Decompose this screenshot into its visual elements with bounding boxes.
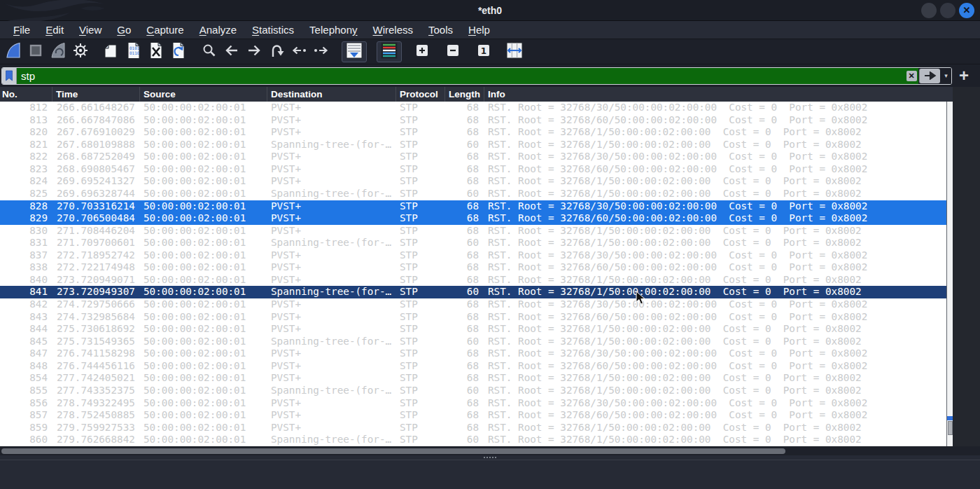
packet-row[interactable]: 844275.73061869250:00:00:02:00:01PVST+ST… (0, 323, 946, 336)
packet-row[interactable]: 838272.72217494850:00:00:02:00:01PVST+ST… (0, 261, 946, 274)
maximize-button[interactable] (940, 3, 955, 18)
column-header-len[interactable]: Length (445, 87, 484, 102)
cell-time: 270.706500484 (52, 212, 140, 225)
cell-dst: PVST+ (267, 274, 396, 287)
packet-row[interactable]: 812266.66164826750:00:00:02:00:01PVST+ST… (0, 102, 946, 114)
column-header-proto[interactable]: Protocol (396, 87, 445, 102)
menu-item-statistics[interactable]: Statistics (244, 21, 302, 39)
packet-row[interactable]: 828270.70331621450:00:00:02:00:01PVST+ST… (0, 200, 946, 213)
menu-item-view[interactable]: View (71, 21, 109, 39)
cell-no: 856 (0, 397, 52, 410)
toolbar-button-reload-file[interactable] (168, 41, 189, 62)
filter-clear-button[interactable]: ✕ (904, 68, 918, 84)
autoscroll-list-icon (345, 41, 363, 62)
toolbar-button-previous-packet[interactable] (288, 41, 309, 62)
cell-proto: STP (396, 323, 445, 336)
toolbar-button-close-file[interactable] (146, 41, 167, 62)
filter-bookmark-icon[interactable] (2, 68, 17, 84)
packet-row[interactable]: 854277.74240502150:00:00:02:00:01PVST+ST… (0, 372, 946, 385)
display-filter-input[interactable] (17, 68, 904, 84)
filter-dropdown-caret[interactable]: ▾ (941, 68, 951, 84)
cell-info: RST. Root = 32768/1/50:00:00:02:00:00 Co… (484, 372, 946, 385)
close-button[interactable]: ✕ (959, 3, 974, 18)
column-header-info[interactable]: Info (484, 87, 953, 102)
cell-dst: PVST+ (267, 200, 396, 213)
packet-row[interactable]: 842274.72975066650:00:00:02:00:01PVST+ST… (0, 298, 946, 311)
menu-item-tools[interactable]: Tools (421, 21, 461, 39)
toolbar-button-save-file[interactable]: 01010110 (123, 41, 144, 62)
vscroll-thumb[interactable] (948, 421, 953, 435)
packet-row[interactable]: 824269.69524132750:00:00:02:00:01PVST+ST… (0, 175, 946, 188)
column-header-dst[interactable]: Destination (267, 87, 396, 102)
packet-row[interactable]: 841273.72094930750:00:00:02:00:01Spannin… (0, 286, 946, 298)
packet-row[interactable]: 813266.66784708650:00:00:02:00:01PVST+ST… (0, 114, 946, 127)
packet-row[interactable]: 831271.70970060150:00:00:02:00:01Spannin… (0, 237, 946, 249)
packet-row[interactable]: 825269.69632874450:00:00:02:00:01Spannin… (0, 188, 946, 200)
cell-src: 50:00:00:02:00:01 (140, 163, 267, 176)
packet-row[interactable]: 845275.73154936550:00:00:02:00:01Spannin… (0, 336, 946, 348)
toolbar-button-find-packet[interactable] (199, 41, 220, 62)
toolbar-button-stop-capture[interactable] (25, 41, 46, 62)
cell-len: 68 (445, 102, 484, 114)
cell-no: 824 (0, 175, 52, 188)
column-header-time[interactable]: Time (52, 87, 140, 102)
packet-row[interactable]: 820267.67691002950:00:00:02:00:01PVST+ST… (0, 126, 946, 139)
toolbar-button-start-capture[interactable] (3, 41, 24, 62)
cell-src: 50:00:00:02:00:01 (140, 274, 267, 287)
packet-row[interactable]: 857278.75245088550:00:00:02:00:01PVST+ST… (0, 409, 946, 422)
toolbar-button-auto-scroll[interactable] (342, 41, 367, 62)
column-header-no[interactable]: No. (0, 87, 52, 102)
menu-item-telephony[interactable]: Telephony (302, 21, 365, 39)
packet-row[interactable]: 855277.74335237550:00:00:02:00:01Spannin… (0, 385, 946, 397)
menu-item-go[interactable]: Go (109, 21, 139, 39)
cell-len: 60 (445, 286, 484, 298)
cell-dst: PVST+ (267, 397, 396, 410)
toolbar-button-next-packet[interactable] (311, 41, 332, 62)
toolbar-button-zoom-in[interactable] (412, 41, 433, 62)
packet-row[interactable]: 843274.73298568450:00:00:02:00:01PVST+ST… (0, 311, 946, 324)
packet-row[interactable]: 837272.71895274250:00:00:02:00:01PVST+ST… (0, 249, 946, 262)
menu-item-help[interactable]: Help (461, 21, 498, 39)
toolbar-button-resize-columns[interactable] (504, 41, 525, 62)
stop-square-icon (27, 42, 44, 62)
toolbar-button-capture-options[interactable] (70, 41, 91, 62)
menu-item-wireless[interactable]: Wireless (365, 21, 421, 39)
add-filter-button[interactable]: + (959, 66, 969, 85)
packet-row[interactable]: 823268.69080546750:00:00:02:00:01PVST+ST… (0, 163, 946, 176)
hscroll-thumb[interactable] (1, 448, 785, 454)
vertical-scrollbar[interactable] (946, 102, 953, 446)
toolbar-button-go-back[interactable] (221, 41, 242, 62)
menu-item-file[interactable]: File (6, 21, 38, 39)
packet-row[interactable]: 859279.75992753350:00:00:02:00:01PVST+ST… (0, 422, 946, 434)
toolbar-button-go-to-packet[interactable] (266, 41, 287, 62)
toolbar-button-restart-capture[interactable] (48, 41, 69, 62)
cell-no: 812 (0, 102, 52, 114)
menu-item-analyze[interactable]: Analyze (192, 21, 244, 39)
minimize-button[interactable] (921, 3, 937, 18)
menu-bar: FileEditViewGoCaptureAnalyzeStatisticsTe… (0, 21, 980, 39)
cell-time: 268.690805467 (52, 163, 140, 176)
packet-row[interactable]: 856278.74932249550:00:00:02:00:01PVST+ST… (0, 397, 946, 410)
toolbar-button-zoom-normal[interactable]: 1 (473, 41, 494, 62)
toolbar-button-colorize-packets[interactable] (377, 41, 402, 62)
packet-list-header: No.TimeSourceDestinationProtocolLengthIn… (0, 87, 953, 102)
cell-len: 68 (445, 261, 484, 274)
goto-arc-icon (268, 42, 285, 62)
toolbar-button-go-forward[interactable] (244, 41, 265, 62)
packet-row[interactable]: 848276.74445611650:00:00:02:00:01PVST+ST… (0, 360, 946, 373)
menu-item-capture[interactable]: Capture (139, 21, 191, 39)
menu-item-edit[interactable]: Edit (38, 21, 71, 39)
horizontal-scrollbar[interactable] (0, 446, 980, 455)
packet-row[interactable]: 822268.68725204950:00:00:02:00:01PVST+ST… (0, 151, 946, 163)
packet-row[interactable]: 830271.70844620450:00:00:02:00:01PVST+ST… (0, 225, 946, 237)
toolbar-button-zoom-out[interactable] (442, 41, 463, 62)
packet-row[interactable]: 847276.74115829850:00:00:02:00:01PVST+ST… (0, 347, 946, 360)
packet-row[interactable]: 829270.70650048450:00:00:02:00:01PVST+ST… (0, 212, 946, 225)
toolbar-button-open-file[interactable] (101, 41, 122, 62)
column-header-src[interactable]: Source (140, 87, 267, 102)
packet-row[interactable]: 821267.68010988850:00:00:02:00:01Spannin… (0, 139, 946, 151)
packet-row[interactable]: 840273.72094907150:00:00:02:00:01PVST+ST… (0, 274, 946, 287)
cell-dst: Spanning-tree-(for-… (267, 188, 396, 200)
packet-row[interactable]: 860279.76266884250:00:00:02:00:01Spannin… (0, 434, 946, 446)
filter-apply-button[interactable] (919, 69, 940, 83)
